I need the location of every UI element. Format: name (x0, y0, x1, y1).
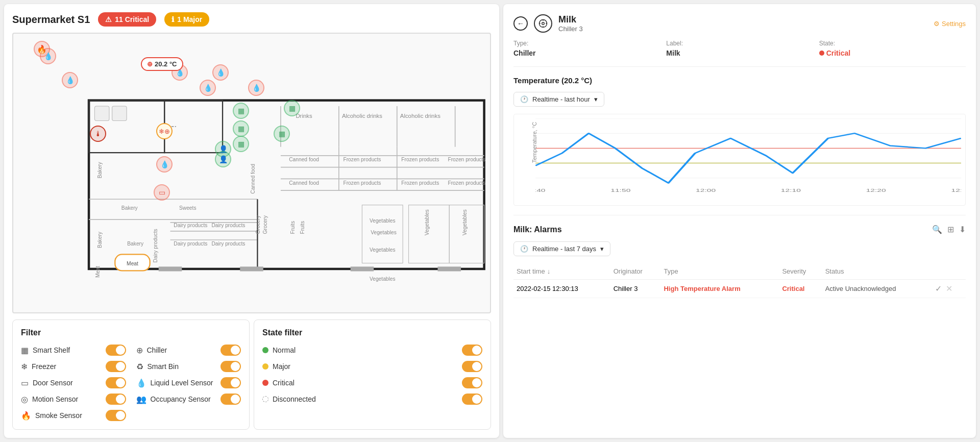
toggle-critical[interactable] (462, 377, 482, 388)
svg-text:Dairy products: Dairy products (153, 229, 158, 262)
toggle-normal[interactable] (462, 345, 482, 356)
label-label: Label: (666, 40, 813, 47)
sensor-frozen-row1[interactable]: 💧 (200, 80, 216, 96)
toggle-smoke-sensor[interactable] (106, 410, 126, 421)
alarms-actions: 🔍 ⊞ ⬇ (932, 225, 966, 234)
svg-text:Vegetables: Vegetables (370, 276, 396, 282)
left-header: Supermarket S1 ⚠ 11 Critical ℹ 1 Major (12, 12, 491, 27)
th-originator[interactable]: Originator (610, 263, 661, 280)
toggle-major[interactable] (462, 361, 482, 372)
sensor-frozen-row2[interactable]: 💧 (248, 80, 264, 96)
back-button[interactable]: ← (513, 16, 528, 31)
chart-time-selector[interactable]: 🕐 Realtime - last hour ▾ (513, 92, 604, 107)
toggle-smart-shelf[interactable] (106, 345, 126, 356)
sensor-critical[interactable]: 🌡 (90, 126, 106, 142)
left-panel: Supermarket S1 ⚠ 11 Critical ℹ 1 Major (4, 4, 499, 438)
svg-point-65 (542, 22, 545, 25)
download-button[interactable]: ⬇ (959, 225, 966, 234)
device-name: Milk (558, 14, 927, 25)
floor-map[interactable]: Drinks Alcoholic drinks Alcoholic drinks… (12, 33, 491, 313)
svg-text:Vegetables: Vegetables (462, 209, 468, 235)
svg-text:Dairy products: Dairy products (211, 241, 245, 247)
svg-text:11:40: 11:40 (535, 188, 546, 193)
chart-title: Temperature (20.2 °C) (513, 76, 592, 85)
toggle-smart-bin[interactable] (220, 361, 241, 372)
alarm-row-1: 2022-02-15 12:30:13 Chiller 3 High Tempe… (513, 280, 966, 298)
filter-label-door-sensor: Door Sensor (33, 379, 73, 387)
sensor-veg-2[interactable]: ▦ (274, 126, 290, 142)
state-item-critical: Critical (262, 379, 452, 387)
filter-item-freezer: ❄ Freezer (21, 361, 126, 372)
gear-icon: ⚙ (934, 20, 940, 28)
svg-text:Sweets: Sweets (179, 205, 197, 211)
svg-rect-60 (437, 266, 461, 271)
sensor-top-left-2[interactable]: 💧 (40, 48, 56, 64)
toggle-liquid-level[interactable] (220, 377, 241, 388)
confirm-alarm-button[interactable]: ✓ (935, 284, 942, 293)
critical-badge[interactable]: ⚠ 11 Critical (98, 12, 156, 27)
divider-2 (513, 215, 966, 215)
alarms-time-selector[interactable]: 🕐 Realtime - last 7 days ▾ (513, 241, 610, 256)
sensor-green-5[interactable]: 👤 (215, 151, 231, 167)
major-dot (262, 363, 268, 370)
alarm-clock-icon: 🕐 (520, 245, 528, 253)
th-type[interactable]: Type (660, 263, 779, 280)
svg-text:12:20: 12:20 (866, 188, 886, 193)
motion-sensor-icon: ◎ (21, 395, 28, 404)
state-value: Critical (819, 49, 966, 57)
chiller-icon: ⊕ (136, 346, 143, 355)
toggle-occupancy-sensor[interactable] (220, 394, 241, 405)
svg-text:12:10: 12:10 (781, 188, 801, 193)
sensor-freezer[interactable]: ❄⊕ (156, 123, 173, 139)
columns-button[interactable]: ⊞ (947, 225, 954, 234)
state-label-normal: Normal (273, 346, 296, 354)
filter-item-motion-sensor: ◎ Motion Sensor (21, 394, 126, 405)
occupancy-sensor-icon: 👥 (136, 395, 146, 404)
critical-icon: ⚠ (105, 15, 112, 23)
temperature-badge[interactable]: ⊕ 20.2 °C (141, 57, 183, 71)
state-item-disconnected: Disconnected (262, 395, 452, 403)
sensor-bottom[interactable]: 💧 (156, 156, 173, 173)
dismiss-alarm-button[interactable]: ✕ (946, 284, 952, 293)
search-button[interactable]: 🔍 (932, 225, 942, 234)
smoke-sensor-icon: 🔥 (21, 411, 31, 421)
svg-text:Bakery: Bakery (97, 161, 103, 178)
toggle-door-sensor[interactable] (106, 377, 126, 388)
filter-title: Filter (21, 328, 241, 337)
alarms-table-body: 2022-02-15 12:30:13 Chiller 3 High Tempe… (513, 280, 966, 298)
svg-text:Meat: Meat (127, 261, 138, 266)
bottom-section: Filter ▦ Smart Shelf ⊕ Chiller (12, 320, 491, 430)
freezer-icon: ❄ (21, 362, 28, 372)
svg-text:Bakery: Bakery (121, 205, 138, 211)
toggle-chiller[interactable] (220, 345, 241, 356)
th-severity[interactable]: Severity (779, 263, 822, 280)
sensor-entry[interactable]: ▭ (154, 184, 170, 201)
major-badge[interactable]: ℹ 1 Major (164, 12, 209, 27)
svg-text:12:30: 12:30 (951, 188, 961, 193)
th-start-time[interactable]: Start time ↓ (513, 263, 610, 280)
filter-item-smart-shelf: ▦ Smart Shelf (21, 345, 126, 356)
sensor-veg-1[interactable]: ▦ (284, 100, 300, 116)
toggle-freezer[interactable] (106, 361, 126, 372)
right-panel: ← Milk Chiller 3 ⚙ Settings Type: Chille… (503, 4, 976, 438)
svg-text:Bakery: Bakery (127, 241, 144, 247)
sensor-green-2[interactable]: ▦ (233, 120, 249, 137)
svg-text:Dairy products: Dairy products (174, 241, 207, 247)
svg-text:Dairy products: Dairy products (174, 223, 207, 228)
settings-button[interactable]: ⚙ Settings (934, 20, 966, 28)
svg-text:Grocery: Grocery (255, 215, 261, 234)
sensor-frozen-2[interactable]: 💧 (212, 64, 229, 81)
sensor-green-3[interactable]: ▦ (233, 136, 249, 152)
sensor-green-1[interactable]: ▦ (233, 103, 249, 119)
svg-text:Vegetables: Vegetables (371, 230, 397, 235)
svg-text:Frozen products: Frozen products (448, 157, 485, 162)
state-dot (819, 51, 824, 56)
toggle-motion-sensor[interactable] (106, 394, 126, 405)
device-sub: Chiller 3 (558, 25, 927, 33)
svg-text:Meat: Meat (95, 266, 101, 278)
sensor-canned[interactable]: 💧 (62, 72, 78, 88)
svg-rect-57 (159, 266, 182, 271)
alarm-action-buttons: ✓ ✕ (935, 284, 963, 293)
th-status[interactable]: Status (822, 263, 933, 280)
toggle-disconnected[interactable] (462, 394, 482, 405)
